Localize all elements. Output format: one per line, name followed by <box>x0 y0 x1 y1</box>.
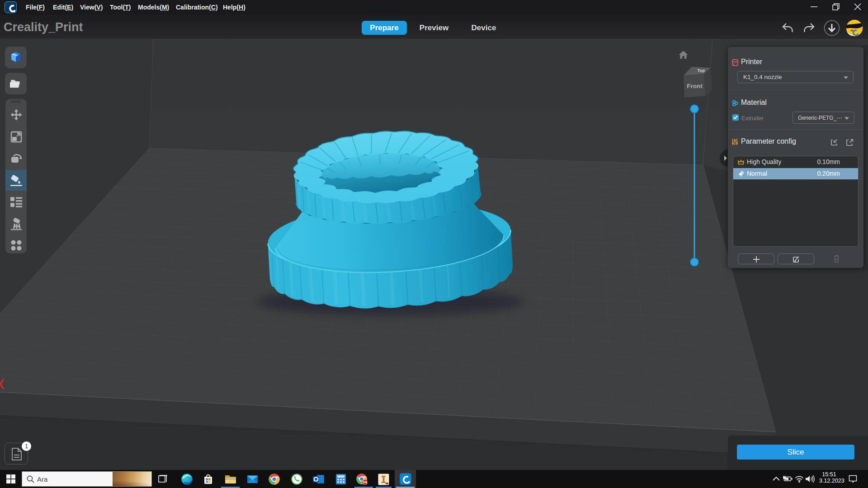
svg-text:Front: Front <box>687 83 703 89</box>
svg-text:Top: Top <box>697 68 705 73</box>
